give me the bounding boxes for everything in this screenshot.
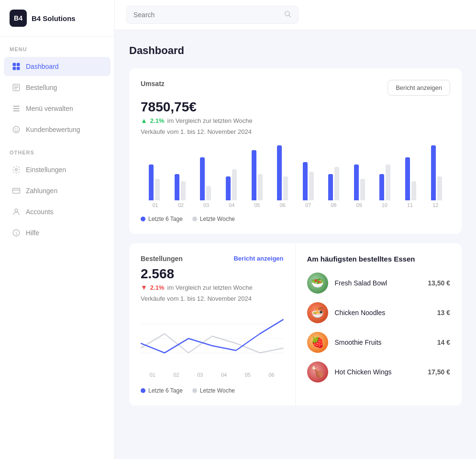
hilfe-icon: i [11,228,21,238]
svg-rect-8 [13,106,20,107]
legend-blue-label: Letzte 6 Tage [148,216,183,222]
bar-gray [309,172,314,200]
bar-label-02: 02 [168,202,193,208]
menu-verwalten-icon [11,104,21,113]
bar-gray [206,186,211,200]
umsatz-report-button[interactable]: Bericht anzeigen [387,80,450,96]
bar-blue [354,164,359,200]
bottom-grid: Bestellungen Bericht anzeigen 2.568 ▼ 2.… [129,243,462,405]
legend-blue-b: Letzte 6 Tage [141,387,183,394]
change-arrow-down: ▼ [141,284,147,291]
bar-blue [303,162,308,200]
brand-name: B4 Solutions [32,14,76,22]
bar-group-03 [194,157,218,200]
food-name: Chicken Noodles [335,309,431,317]
sidebar-item-zahlungen[interactable]: Zahlungen [4,181,111,200]
bar-group-04 [220,169,244,200]
change-arrow-up: ▲ [141,117,147,124]
food-name: Fresh Salad Bowl [335,279,421,287]
bar-gray [283,176,288,200]
bar-label-05: 05 [244,202,270,208]
sidebar-item-label: Dashboard [26,63,59,70]
x-label-01: 01 [141,372,165,378]
bestellungen-report-button[interactable]: Bericht anzeigen [233,255,283,262]
bar-label-10: 10 [372,202,397,208]
bar-gray [181,181,186,200]
sidebar-item-label: Zahlungen [26,187,57,195]
bar-group-05 [245,150,269,200]
svg-rect-9 [13,108,20,109]
bestellungen-date-range: Verkäufe vom 1. bis 12. November 2024 [141,295,284,302]
sidebar-item-bestellung[interactable]: Bestellung [4,78,111,97]
umsatz-date-range: Verkäufe vom 1. bis 12. November 2024 [141,128,450,135]
sidebar-item-label: Menü verwalten [26,105,73,112]
sidebar-item-einstellungen[interactable]: Einstellungen [4,160,111,179]
popular-section: Am häufigsten bestelltes Essen 🥗Fresh Sa… [296,243,462,405]
food-name: Smoothie Fruits [335,339,431,346]
bestellung-icon [11,83,21,92]
legend-dot-blue [141,217,145,221]
search-bar[interactable] [126,6,299,24]
food-price: 13 € [437,309,450,317]
umsatz-card: Umsatz Bericht anzeigen 7850,75€ ▲ 2.1% … [129,68,462,234]
bar-group-02 [168,174,192,200]
umsatz-change-row: ▲ 2.1% im Vergleich zur letzten Woche [141,117,450,124]
sidebar-item-label: Accounts [26,208,54,216]
food-image-3: 🍗 [307,361,328,382]
kundenbewertung-icon [11,125,21,134]
sidebar: B4 B4 Solutions MENU Dashboard Bestellun… [0,0,115,459]
umsatz-title: Umsatz [141,80,165,87]
page-title: Dashboard [129,44,462,57]
x-label-04: 04 [212,372,236,378]
bar-blue [200,157,205,200]
sidebar-item-label: Hilfe [26,229,39,237]
food-price: 17,50 € [428,368,450,376]
legend-dot-gray [192,217,197,221]
svg-point-11 [13,126,20,133]
bar-label-03: 03 [194,202,219,208]
bar-blue [328,174,333,200]
food-price: 13,50 € [428,279,450,287]
sidebar-item-accounts[interactable]: Accounts [4,202,111,221]
food-image-2: 🍓 [307,332,328,353]
bar-label-01: 01 [143,202,168,208]
x-label-05: 05 [236,372,260,378]
menu-section-label: MENU [0,37,114,56]
bestellungen-section: Bestellungen Bericht anzeigen 2.568 ▼ 2.… [129,243,296,405]
svg-rect-3 [17,67,20,70]
change-text: im Vergleich zur letzten Woche [167,117,253,124]
bar-gray [437,176,442,200]
sidebar-item-menu-verwalten[interactable]: Menü verwalten [4,99,111,118]
bar-blue [431,145,436,200]
umsatz-chart: 010203040506070809101112 [141,143,450,210]
food-item: 🍓Smoothie Fruits14 € [307,332,451,353]
bestellungen-change-text: im Vergleich zur letzten Woche [167,284,253,291]
bar-group-11 [399,157,423,200]
sidebar-item-hilfe[interactable]: i Hilfe [4,223,111,242]
sidebar-item-dashboard[interactable]: Dashboard [4,57,111,76]
bar-group-10 [373,164,397,200]
sidebar-item-kundenbewertung[interactable]: Kundenbewertung [4,120,111,139]
bar-label-12: 12 [423,202,448,208]
svg-rect-1 [17,63,20,66]
bar-group-01 [143,164,166,200]
legend-dot-gray-b [192,388,197,393]
svg-rect-10 [13,110,20,111]
x-label-03: 03 [188,372,212,378]
change-percent: 2.1% [150,117,165,124]
dashboard-content: Dashboard Umsatz Bericht anzeigen 7850,7… [115,30,476,459]
food-item: 🍗Hot Chicken Wings17,50 € [307,361,451,382]
search-input[interactable] [133,11,280,19]
umsatz-legend: Letzte 6 Tage Letzte Woche [141,216,450,222]
bar-label-08: 08 [321,202,346,208]
legend-gray: Letzte Woche [192,216,235,222]
sidebar-item-label: Kundenbewertung [26,126,80,133]
svg-rect-0 [13,63,16,66]
svg-point-13 [17,128,18,129]
bestellungen-chart [141,310,284,367]
sidebar-item-label: Bestellung [26,84,57,91]
popular-title: Am häufigsten bestelltes Essen [307,255,451,263]
logo-area: B4 B4 Solutions [0,0,114,37]
bar-blue [379,174,384,200]
svg-rect-2 [13,67,16,70]
